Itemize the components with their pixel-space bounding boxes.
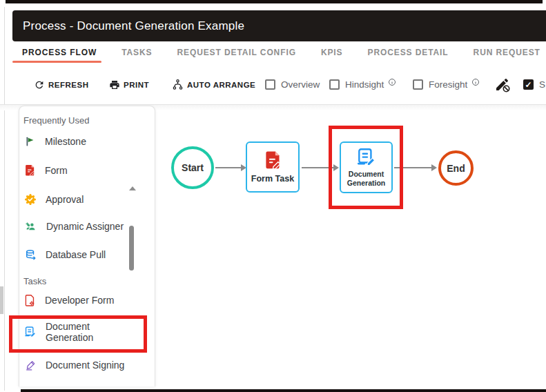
form-document-icon [24,164,36,177]
palette-item-label: Document Generation [46,321,109,343]
node-label: Document Generation [345,170,388,187]
flow-connector-arrow [394,167,432,168]
print-label: PRINT [124,81,149,89]
signature-pen-off-icon [494,77,511,93]
print-button[interactable]: PRINT [109,69,149,100]
hindsight-checkbox-group[interactable]: Hindsight [329,69,396,100]
info-icon[interactable] [388,78,396,86]
document-generation-icon [24,326,37,338]
palette-item-label: Dynamic Assigner [46,221,124,232]
foresight-checkbox[interactable] [413,79,423,90]
sidebar-scrollbar-thumb[interactable] [129,226,134,271]
refresh-icon [34,79,45,90]
refresh-button[interactable]: REFRESH [34,69,88,100]
tab-process-flow[interactable]: PROCESS FLOW [22,48,97,57]
document-signing-pen-icon [24,360,37,371]
node-label: Start [182,162,204,173]
flow-connector-arrow [215,167,242,168]
auto-arrange-button[interactable]: AUTO ARRANGE [172,69,255,100]
palette-item-document-signing[interactable]: Document Signing [19,353,136,377]
palette-item-developer-form[interactable]: Developer Form [19,288,136,312]
palette-item-label: Document Signing [46,360,124,371]
tab-bar: PROCESS FLOW TASKS REQUEST DETAIL CONFIG… [22,43,540,62]
node-label: Form Task [251,174,294,184]
info-icon[interactable] [471,78,480,86]
hindsight-label: Hindsight [345,79,384,90]
approval-seal-icon [24,193,37,206]
database-pull-icon [24,248,37,262]
tab-kpis[interactable]: KPIS [321,48,343,57]
palette-section-tasks: Tasks [23,276,46,286]
node-label: End [447,163,465,174]
signature-checkbox-group[interactable]: ✓ S [523,69,545,100]
palette-item-label: Milestone [45,136,86,147]
palette-item-database-pull[interactable]: Database Pull [19,243,136,266]
palette-item-document-generation[interactable]: Document Generation [19,317,136,346]
dynamic-assigner-people-icon [24,220,37,233]
hindsight-checkbox[interactable] [329,79,340,90]
start-event-node[interactable]: Start [171,146,214,189]
tab-process-detail[interactable]: PROCESS DETAIL [368,48,449,57]
auto-arrange-label: AUTO ARRANGE [187,81,255,89]
sidebar-scroll-up-arrow[interactable] [129,186,136,190]
palette-item-label: Database Pull [46,249,106,260]
active-tab-indicator [12,61,101,63]
signature-pen-toggle-button[interactable] [494,69,511,100]
palette-item-milestone[interactable]: Milestone [19,130,136,153]
tab-request-detail-config[interactable]: REQUEST DETAIL CONFIG [177,48,295,57]
palette-section-frequently-used: Frequently Used [23,115,89,126]
signature-checkbox-checked[interactable]: ✓ [523,79,534,90]
window-left-border [4,7,5,391]
process-titlebar: Process - Document Generation Example [12,10,546,41]
overview-label: Overview [281,79,320,90]
developer-form-gear-icon [24,294,36,307]
tab-tasks[interactable]: TASKS [121,48,152,57]
window-top-strip [6,0,543,3]
toolbar: REFRESH PRINT AUTO ARRANGE Overview Hind… [0,69,546,100]
milestone-flag-icon [24,135,36,148]
palette-item-dynamic-assigner[interactable]: Dynamic Assigner [19,215,136,238]
document-generation-node[interactable]: Document Generation [340,141,393,193]
page-title: Process - Document Generation Example [23,19,244,33]
app-window: Process - Document Generation Example PR… [0,0,546,392]
overview-checkbox-group[interactable]: Overview [265,69,320,100]
foresight-checkbox-group[interactable]: Foresight [413,69,480,100]
document-generation-icon [356,148,377,167]
palette-item-label: Developer Form [45,295,114,306]
palette-item-label: Approval [46,194,84,205]
overview-checkbox[interactable] [265,79,275,90]
page-scrollbar-fragment[interactable] [0,286,3,314]
refresh-label: REFRESH [48,81,88,89]
palette-item-approval[interactable]: Approval [19,188,136,211]
tab-run-request[interactable]: RUN REQUEST [474,48,540,57]
palette-item-label: Form [45,165,68,176]
foresight-label: Foresight [429,79,467,90]
form-document-icon [264,150,282,171]
printer-icon [109,79,120,90]
window-bottom-strip [21,389,546,392]
form-task-node[interactable]: Form Task [246,141,300,193]
flow-connector-arrow [302,167,334,168]
auto-arrange-tree-icon [172,79,184,90]
end-event-node[interactable]: End [438,150,474,186]
signature-label-truncated: S [539,79,545,90]
palette-item-form[interactable]: Form [19,159,136,182]
